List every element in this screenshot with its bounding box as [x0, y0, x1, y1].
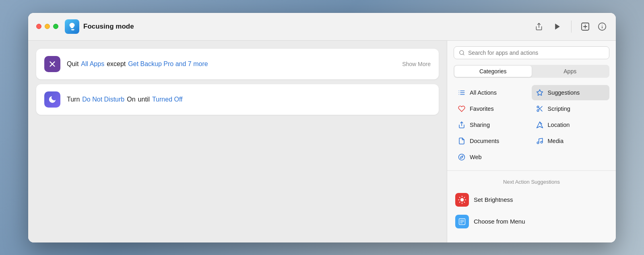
brightness-icon: [455, 193, 469, 207]
maximize-button[interactable]: [53, 24, 58, 29]
location-icon: [536, 121, 544, 129]
quit-action-card: Quit All Apps except Get Backup Pro and …: [36, 49, 439, 79]
svg-line-35: [464, 202, 464, 202]
titlebar-right-actions: [580, 21, 608, 32]
share-button[interactable]: [533, 21, 545, 32]
quit-value1[interactable]: All Apps: [81, 60, 104, 68]
titlebar: Focusing mode: [28, 13, 616, 41]
share-icon: [458, 121, 466, 129]
suggestion-choose-from-menu[interactable]: Choose from Menu: [454, 211, 609, 232]
scissors-icon: [536, 105, 544, 113]
svg-marker-1: [555, 23, 560, 29]
list-icon: [458, 89, 466, 97]
category-documents-label: Documents: [470, 138, 499, 144]
tab-apps[interactable]: Apps: [532, 66, 609, 77]
quit-action-text: Quit All Apps except Get Backup Pro and …: [67, 60, 208, 68]
svg-marker-18: [537, 89, 543, 95]
svg-line-23: [539, 108, 540, 109]
quit-icon: [44, 56, 60, 72]
heart-icon: [458, 105, 466, 113]
dnd-action-text: Turn Do Not Disturb On until Turned Off: [67, 96, 183, 103]
svg-point-31: [460, 198, 464, 201]
suggestions-title: Next Action Suggestions: [454, 179, 609, 185]
dnd-value2[interactable]: Turned Off: [152, 96, 183, 103]
svg-line-39: [464, 197, 464, 197]
category-favorites-label: Favorites: [470, 106, 494, 112]
dnd-icon: [44, 91, 60, 108]
suggestions-section: Next Action Suggestions: [447, 174, 616, 232]
window-title: Focusing mode: [83, 23, 533, 31]
svg-marker-26: [537, 122, 543, 128]
category-web-label: Web: [470, 154, 482, 160]
category-scripting-label: Scripting: [548, 106, 570, 112]
search-bar[interactable]: [454, 46, 609, 59]
quit-label: Quit: [67, 60, 78, 68]
left-panel: Quit All Apps except Get Backup Pro and …: [28, 41, 447, 243]
suggestion-set-brightness[interactable]: Set Brightness: [454, 189, 609, 211]
svg-point-28: [541, 141, 543, 143]
titlebar-actions: [533, 21, 563, 32]
menu-icon: [455, 215, 469, 228]
play-button[interactable]: [552, 21, 563, 32]
tabs-row: Categories Apps: [454, 65, 609, 78]
dnd-keyword2: until: [138, 96, 150, 103]
category-suggestions-label: Suggestions: [548, 89, 580, 96]
svg-marker-30: [460, 155, 463, 158]
category-location[interactable]: Location: [532, 117, 610, 133]
divider: [447, 170, 616, 171]
dnd-label: Turn: [67, 96, 80, 103]
dnd-keyword1: On: [127, 96, 135, 103]
category-web[interactable]: Web: [454, 149, 532, 165]
minimize-button[interactable]: [45, 24, 50, 29]
close-button[interactable]: [36, 24, 41, 29]
search-icon: [459, 50, 465, 56]
search-input[interactable]: [468, 50, 604, 56]
category-sharing-label: Sharing: [470, 122, 490, 128]
content-area: Quit All Apps except Get Backup Pro and …: [28, 41, 616, 243]
app-icon: [65, 19, 79, 34]
category-media-label: Media: [548, 138, 564, 144]
svg-line-11: [463, 54, 464, 55]
right-panel: Categories Apps: [447, 41, 616, 243]
quit-keyword: except: [107, 60, 126, 68]
category-media[interactable]: Media: [532, 133, 610, 149]
category-documents[interactable]: Documents: [454, 133, 532, 149]
compass-icon: [458, 153, 466, 161]
category-all-actions-label: All Actions: [470, 89, 497, 96]
svg-line-38: [460, 202, 460, 202]
traffic-lights: [36, 24, 58, 29]
category-location-label: Location: [548, 122, 570, 128]
dnd-action-card: Turn Do Not Disturb On until Turned Off: [36, 84, 439, 115]
svg-line-34: [460, 197, 460, 197]
info-button[interactable]: [597, 21, 608, 32]
category-favorites[interactable]: Favorites: [454, 101, 532, 116]
dnd-value1[interactable]: Do Not Disturb: [82, 96, 124, 103]
music-icon: [536, 137, 544, 145]
categories-grid: All Actions Suggestions: [447, 83, 616, 167]
svg-point-29: [459, 154, 465, 160]
add-action-button[interactable]: [580, 21, 591, 32]
show-more-button[interactable]: Show More: [402, 61, 431, 67]
tab-categories[interactable]: Categories: [454, 66, 532, 77]
doc-icon: [458, 137, 466, 145]
sparkle-icon: [536, 89, 544, 97]
category-scripting[interactable]: Scripting: [532, 101, 610, 116]
category-suggestions[interactable]: Suggestions: [532, 85, 610, 100]
category-all-actions[interactable]: All Actions: [454, 85, 532, 100]
set-brightness-label: Set Brightness: [474, 196, 513, 203]
svg-point-27: [537, 142, 539, 144]
category-sharing[interactable]: Sharing: [454, 117, 532, 133]
choose-from-menu-label: Choose from Menu: [474, 218, 525, 225]
svg-line-22: [540, 109, 542, 111]
app-icon-svg: [68, 22, 76, 31]
main-window: Focusing mode: [28, 13, 616, 243]
quit-value2[interactable]: Get Backup Pro and 7 more: [128, 60, 208, 68]
